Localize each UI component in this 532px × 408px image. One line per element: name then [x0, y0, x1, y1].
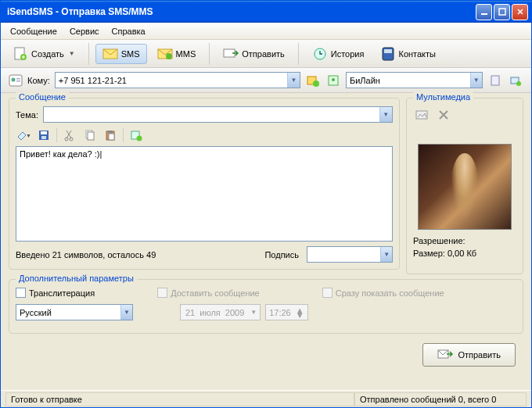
svg-rect-31	[109, 134, 114, 140]
mms-label: MMS	[176, 49, 196, 59]
time-picker: 17:26 ▲▼	[265, 304, 307, 320]
to-label: Кому:	[27, 76, 50, 85]
envelope-sms-icon	[102, 48, 118, 60]
window-title: iSendSMS - Отправка SMS/MMS	[4, 6, 476, 17]
contact-card-icon	[9, 74, 23, 87]
cut-icon[interactable]	[62, 127, 77, 143]
address-bar: Кому: ▼ ▼	[1, 68, 531, 93]
to-combo[interactable]: ▼	[55, 72, 300, 88]
chevron-down-icon[interactable]: ▼	[379, 107, 392, 122]
mail-send-icon	[223, 48, 239, 60]
extra-group: Дополнительный параметры Транслитерация …	[9, 279, 523, 334]
status-ready: Готово к отправке	[5, 392, 354, 406]
document-new-icon	[13, 46, 28, 62]
main-area: Сообщение Тема: ▼ ▼	[1, 93, 531, 390]
titlebar: iSendSMS - Отправка SMS/MMS	[1, 1, 531, 23]
chevron-down-icon[interactable]: ▼	[287, 73, 300, 88]
addressbook-icon	[381, 46, 395, 62]
extra-group-title: Дополнительный параметры	[16, 274, 137, 283]
separator	[209, 43, 210, 65]
language-input[interactable]	[16, 305, 120, 320]
chevron-down-icon: ▼	[69, 50, 75, 57]
chevron-down-icon[interactable]: ▼	[380, 247, 392, 262]
pick-contact-icon[interactable]	[325, 73, 341, 88]
svg-point-21	[516, 81, 521, 86]
separator	[88, 43, 89, 65]
topic-input[interactable]	[44, 107, 379, 122]
svg-rect-13	[16, 78, 20, 80]
operator-add-icon[interactable]	[508, 73, 523, 88]
multimedia-group: Мультимедиа Разрешение: Размер: 0,00 Кб	[406, 98, 523, 274]
translit-checkbox[interactable]: Транслитерация	[16, 288, 95, 298]
menu-help[interactable]: Справка	[106, 24, 152, 38]
signature-label: Подпись	[264, 250, 299, 259]
copy-icon[interactable]	[82, 127, 98, 143]
image-preview	[418, 144, 512, 230]
statusbar: Готово к отправке Отправлено сообщений 0…	[1, 390, 531, 407]
svg-rect-28	[88, 132, 94, 140]
send-toolbar-label: Отправить	[242, 49, 285, 59]
message-group: Сообщение Тема: ▼ ▼	[9, 98, 400, 270]
eraser-icon[interactable]: ▼	[16, 127, 31, 143]
save-icon[interactable]	[36, 127, 52, 143]
mail-send-icon	[437, 349, 453, 361]
svg-rect-14	[16, 81, 20, 82]
close-button[interactable]	[512, 4, 528, 20]
sms-label: SMS	[121, 49, 140, 59]
svg-rect-19	[491, 76, 499, 85]
app-window: iSendSMS - Отправка SMS/MMS Сообщение Се…	[0, 0, 532, 408]
resolution-label: Разрешение:	[413, 236, 516, 245]
to-input[interactable]	[56, 73, 287, 88]
create-button[interactable]: Создать ▼	[5, 42, 82, 66]
separator	[123, 128, 124, 142]
history-icon	[312, 46, 328, 62]
bottom-bar: Отправить	[9, 337, 523, 374]
signature-combo[interactable]: ▼	[307, 246, 393, 263]
multimedia-group-title: Мультимедиа	[413, 92, 473, 102]
history-label: История	[331, 49, 365, 59]
svg-rect-0	[481, 13, 487, 15]
mms-tab[interactable]: MMS	[150, 44, 203, 64]
sms-tab[interactable]: SMS	[95, 44, 147, 64]
remove-image-icon[interactable]	[435, 106, 452, 123]
status-sent: Отправлено сообщений 0, всего 0	[354, 392, 527, 406]
deliver-checkbox: Доставить сообщение	[157, 288, 260, 298]
menubar: Сообщение Сервис Справка	[1, 23, 531, 40]
paste-icon[interactable]	[102, 127, 118, 143]
message-group-title: Сообщение	[16, 92, 69, 102]
contacts-button[interactable]: Контакты	[374, 42, 443, 66]
minimize-button[interactable]	[476, 4, 492, 20]
signature-input[interactable]	[307, 247, 380, 262]
size-label: Размер: 0,00 Кб	[413, 249, 516, 258]
chevron-down-icon[interactable]: ▼	[470, 73, 483, 88]
operator-combo[interactable]: ▼	[346, 72, 483, 88]
menu-message[interactable]: Сообщение	[4, 24, 63, 38]
operator-input[interactable]	[347, 73, 470, 88]
message-body[interactable]: Привет! как дела? :)	[16, 146, 393, 242]
settings-icon[interactable]	[487, 73, 503, 88]
topic-label: Тема:	[16, 110, 38, 120]
maximize-button[interactable]	[494, 4, 510, 20]
svg-point-33	[137, 136, 142, 141]
svg-rect-1	[499, 9, 505, 15]
show-now-checkbox: Сразу показать сообщение	[322, 288, 444, 298]
editor-toolbar: ▼	[16, 127, 393, 143]
toolbar: Создать ▼ SMS MMS Отправить История Конт…	[1, 40, 531, 68]
svg-rect-30	[108, 131, 113, 133]
char-counter: Введено 21 символов, осталось 49	[16, 250, 257, 259]
insert-icon[interactable]	[128, 127, 144, 143]
separator	[56, 128, 57, 142]
send-toolbar-button[interactable]: Отправить	[216, 44, 292, 64]
add-recipient-icon[interactable]	[305, 73, 321, 88]
history-button[interactable]: История	[305, 42, 372, 66]
menu-service[interactable]: Сервис	[63, 24, 106, 38]
svg-rect-10	[384, 49, 392, 53]
attach-image-icon[interactable]	[413, 106, 430, 123]
language-combo[interactable]: ▼	[16, 304, 133, 320]
send-button-label: Отправить	[458, 350, 501, 360]
topic-combo[interactable]: ▼	[43, 106, 393, 123]
svg-point-18	[332, 78, 335, 81]
svg-point-16	[313, 81, 319, 87]
send-button[interactable]: Отправить	[422, 343, 516, 367]
chevron-down-icon[interactable]: ▼	[120, 305, 132, 320]
